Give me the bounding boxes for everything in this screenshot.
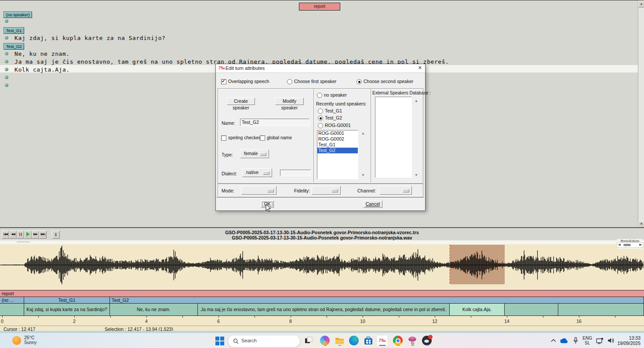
task-view-button[interactable]	[303, 335, 314, 346]
chrome-icon[interactable]	[393, 335, 404, 346]
mode-dropdown[interactable]	[241, 186, 277, 195]
text-segment[interactable]	[0, 304, 24, 315]
dialog-titlebar[interactable]: 7‰ Edit turn attributes ✕	[216, 64, 425, 73]
resolution-slider[interactable]: ◀ ▶	[617, 242, 643, 248]
slider-thumb[interactable]	[623, 244, 631, 246]
choose-first-speaker-radio[interactable]	[287, 79, 292, 84]
praat-icon[interactable]	[407, 335, 418, 346]
speaker-segment[interactable]: Test_G2	[110, 297, 644, 303]
dialect-value: native	[246, 170, 258, 175]
choose-second-speaker-label: Choose second speaker	[364, 79, 413, 84]
recent-radio-test-g1[interactable]	[318, 109, 323, 114]
segment-bullet[interactable]	[5, 52, 8, 55]
volume-icon[interactable]	[608, 337, 615, 344]
clock-widget[interactable]: 13:33 19/09/2025	[617, 335, 640, 346]
file-explorer-icon[interactable]	[334, 335, 345, 346]
onedrive-icon[interactable]	[560, 338, 568, 344]
turn-button-test-g1[interactable]: Test_G1	[4, 27, 24, 34]
create-speaker-button[interactable]: Create speaker	[227, 98, 255, 105]
turn-button-no-speaker[interactable]: (no speaker)	[4, 11, 32, 18]
windows-taskbar: 25°C Sunny Search 7‰	[0, 333, 644, 348]
transcriber-taskbar-icon[interactable]: 7‰	[377, 335, 388, 346]
recent-radio-rog-g0001[interactable]	[318, 123, 323, 128]
report-segment[interactable]: report	[0, 290, 644, 297]
edge-icon[interactable]	[349, 335, 360, 346]
speaker-track-row[interactable]: (no ...Test_G1Test_G2	[0, 297, 644, 304]
segment-bullet[interactable]	[5, 68, 8, 71]
text-segment[interactable]: Ne, ku ne znam.	[110, 304, 198, 315]
name-field[interactable]: Test_G2	[240, 119, 309, 126]
transcript-line[interactable]: Kaj zdaj, si kupla karte za na Sardinijo…	[15, 35, 165, 41]
ruler-tick	[507, 315, 507, 318]
list-scroll-down-icon[interactable]: ▼	[361, 173, 365, 177]
segment-bullet[interactable]	[5, 19, 8, 23]
editor-scrollbar[interactable]: ▲ ▼	[638, 0, 644, 228]
overlapping-speech-checkbox[interactable]	[221, 79, 226, 84]
scroll-indicator	[17, 242, 30, 242]
segment-bullet[interactable]	[5, 76, 8, 79]
tray-chevron-icon[interactable]	[551, 339, 556, 342]
dialect-extra-field[interactable]	[280, 170, 311, 176]
scroll-down-icon[interactable]: ▼	[638, 221, 644, 228]
report-track-row[interactable]: report	[0, 290, 644, 297]
speaker-listbox[interactable]: ROG-G0001ROG-G0002Test_G1Test_G2	[317, 130, 358, 179]
dialect-dropdown[interactable]: native	[242, 168, 272, 177]
start-button[interactable]	[214, 335, 225, 346]
recent-radio-test-g2[interactable]	[318, 116, 323, 121]
segment-bullet[interactable]	[5, 36, 8, 40]
external-speakers-listbox[interactable]	[375, 97, 412, 178]
speaker-list-item[interactable]: Test_G1	[317, 142, 358, 148]
close-icon[interactable]: ✕	[418, 65, 422, 71]
spelling-checked-checkbox[interactable]	[221, 135, 226, 141]
speaker-list-item[interactable]: ROG-G0002	[317, 136, 358, 142]
choose-second-speaker-radio[interactable]	[357, 79, 362, 84]
microphone-icon[interactable]	[573, 337, 578, 344]
audio-waveform[interactable]	[0, 244, 644, 285]
resolution-control[interactable]: Resolution ◀ ▶	[617, 239, 643, 249]
fidelity-dropdown[interactable]	[312, 186, 341, 195]
segment-bullet[interactable]	[5, 60, 8, 63]
cancel-button[interactable]: Cancel	[363, 200, 382, 208]
turn-button-test-g2[interactable]: Test_G2	[4, 43, 24, 50]
list-scroll-up-icon[interactable]: ▲	[361, 131, 365, 135]
segment-track-row[interactable]: Kaj zdaj, si kupla karte za na Sardinijo…	[0, 303, 644, 316]
language-indicator[interactable]: ENG SL	[582, 336, 592, 345]
audio-filename: GSO-P0005-2025-03-17-13-30-15-Audio-Posn…	[0, 235, 644, 240]
ruler-tick	[218, 315, 219, 318]
ext-scroll-up-icon[interactable]: ▲	[415, 99, 418, 103]
speaker-list-item[interactable]: Test_G2	[317, 148, 358, 153]
ruler-tick-label: 2	[73, 319, 76, 324]
obs-icon[interactable]	[422, 335, 433, 346]
modify-speaker-button[interactable]: Modify speaker	[275, 98, 304, 105]
sun-icon	[12, 336, 21, 345]
ext-scroll-down-icon[interactable]: ▼	[415, 173, 418, 177]
slider-left-icon[interactable]: ◀	[618, 243, 620, 246]
waveform-panel: Resolution ◀ ▶ report (no ...Test_G1Test…	[0, 240, 644, 331]
transcription-filename: GSO-P0005-2025-03-17-13-30-15-Audio-Posn…	[0, 230, 644, 235]
copilot-icon[interactable]	[320, 335, 331, 346]
text-segment[interactable]: Ja ma saj je čis enostavno, tam greš na …	[198, 304, 450, 315]
network-icon[interactable]	[596, 337, 604, 344]
text-segment[interactable]: Kaj zdaj, si kupla karte za na Sardinijo…	[24, 304, 110, 315]
scroll-up-icon[interactable]: ▲	[638, 1, 644, 7]
ruler-tick	[110, 315, 111, 318]
report-section-button[interactable]: report	[299, 3, 340, 11]
text-segment[interactable]	[558, 304, 644, 315]
global-name-checkbox[interactable]	[260, 135, 265, 141]
text-segment[interactable]	[505, 304, 558, 315]
speaker-segment[interactable]: (no ...	[0, 297, 24, 303]
search-box[interactable]: Search	[228, 335, 300, 348]
text-segment[interactable]: Kolk cajta.Aja.	[450, 304, 505, 315]
transcript-line-active[interactable]: Kolk cajta.Aja.	[15, 66, 70, 73]
segment-bullet[interactable]	[5, 83, 8, 87]
no-speaker-radio[interactable]	[317, 93, 322, 98]
transcript-line[interactable]: Ne, ku ne znam.	[15, 51, 70, 57]
microsoft-store-icon[interactable]	[363, 335, 374, 346]
channel-dropdown[interactable]	[379, 186, 412, 195]
type-dropdown[interactable]: female	[240, 149, 269, 158]
slider-right-icon[interactable]: ▶	[640, 243, 642, 246]
overlapping-speech-label: Overlapping speech	[228, 79, 269, 84]
language-secondary: SL	[582, 341, 592, 345]
speaker-segment[interactable]: Test_G1	[24, 297, 110, 303]
speaker-list-item[interactable]: ROG-G0001	[317, 130, 358, 136]
